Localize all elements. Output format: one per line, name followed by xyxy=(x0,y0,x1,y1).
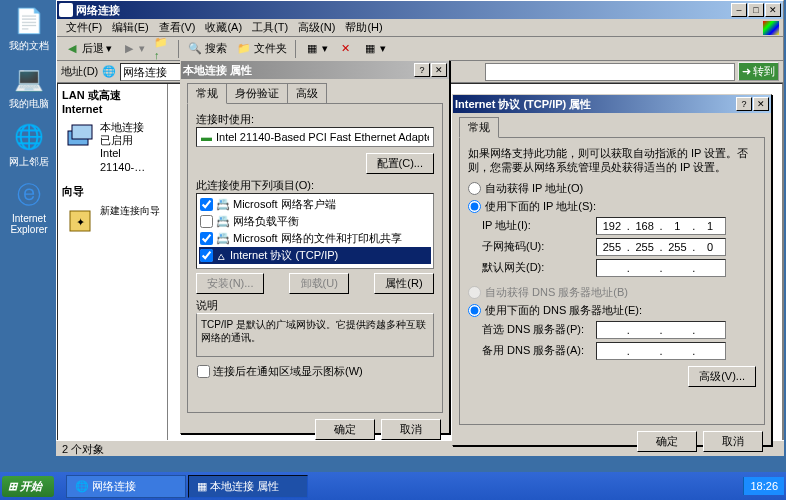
address-input-2[interactable] xyxy=(485,63,735,81)
up-button[interactable]: 📁↑ xyxy=(151,40,173,58)
install-button[interactable]: 安装(N)... xyxy=(196,273,264,294)
dns1-input[interactable]: ... xyxy=(596,321,726,339)
manual-ip-radio[interactable] xyxy=(468,200,481,213)
close-button[interactable]: ✕ xyxy=(765,3,781,17)
folders-button[interactable]: 📁文件夹 xyxy=(233,40,290,58)
dlg2-close-button[interactable]: ✕ xyxy=(753,97,769,111)
windows-logo-icon xyxy=(763,21,779,35)
connection-device: Intel 21140-… xyxy=(100,147,161,173)
manual-dns-radio-row[interactable]: 使用下面的 DNS 服务器地址(E): xyxy=(468,303,756,318)
dlg1-cancel-button[interactable]: 取消 xyxy=(381,419,441,440)
components-list[interactable]: 📇Microsoft 网络客户端 📇网络负载平衡 📇Microsoft 网络的文… xyxy=(196,193,434,269)
dns2-input[interactable]: ... xyxy=(596,342,726,360)
component-tcpip[interactable]: 🜂Internet 协议 (TCP/IP) xyxy=(199,247,431,264)
menu-tools[interactable]: 工具(T) xyxy=(247,20,293,35)
dlg1-help-button[interactable]: ? xyxy=(414,63,430,77)
show-icon-checkbox-row[interactable]: 连接后在通知区域显示图标(W) xyxy=(196,363,434,380)
system-tray[interactable]: 18:26 xyxy=(743,477,784,495)
advanced-button[interactable]: 高级(V)... xyxy=(688,366,756,387)
menu-favorites[interactable]: 收藏(A) xyxy=(200,20,247,35)
dlg1-ok-button[interactable]: 确定 xyxy=(315,419,375,440)
component-file-print[interactable]: 📇Microsoft 网络的文件和打印机共享 xyxy=(199,230,431,247)
configure-button[interactable]: 配置(C)... xyxy=(366,153,434,174)
back-button[interactable]: ◀后退▾ xyxy=(61,40,115,58)
component-ms-client[interactable]: 📇Microsoft 网络客户端 xyxy=(199,196,431,213)
search-icon: 🔍 xyxy=(187,41,203,57)
tab-auth[interactable]: 身份验证 xyxy=(226,83,288,103)
minimize-button[interactable]: – xyxy=(731,3,747,17)
delete-button[interactable]: ✕ xyxy=(334,40,356,58)
dlg2-titlebar[interactable]: Internet 协议 (TCP/IP) 属性 ? ✕ xyxy=(453,95,771,113)
dlg1-tabs: 常规 身份验证 高级 xyxy=(187,83,443,103)
wizard-icon: ✦ xyxy=(64,205,96,237)
go-button[interactable]: ➜转到 xyxy=(738,62,779,81)
address-label: 地址(D) xyxy=(61,64,98,79)
dlg1-close-button[interactable]: ✕ xyxy=(431,63,447,77)
start-button[interactable]: ⊞开始 xyxy=(2,476,54,497)
delete-icon: ✕ xyxy=(337,41,353,57)
items-label: 此连接使用下列项目(O): xyxy=(196,178,434,193)
menu-view[interactable]: 查看(V) xyxy=(154,20,201,35)
ip-address-input[interactable]: 192.168.1.1 xyxy=(596,217,726,235)
desktop-icon-ie[interactable]: ⓔInternet Explorer xyxy=(5,179,53,235)
maximize-button[interactable]: □ xyxy=(748,3,764,17)
forward-button[interactable]: ▶▾ xyxy=(118,40,148,58)
folders-icon: 📁 xyxy=(236,41,252,57)
subnet-mask-input[interactable]: 255.255.255.0 xyxy=(596,238,726,256)
connection-icon xyxy=(64,121,96,153)
desktop-icon-network[interactable]: 🌐网上邻居 xyxy=(5,121,53,169)
back-icon: ◀ xyxy=(64,41,80,57)
properties-button[interactable]: 属性(R) xyxy=(374,273,434,294)
dlg2-title: Internet 协议 (TCP/IP) 属性 xyxy=(455,97,736,112)
gateway-label: 默认网关(D): xyxy=(482,260,592,275)
menu-advanced[interactable]: 高级(N) xyxy=(293,20,340,35)
extra-button[interactable]: ▦▾ xyxy=(359,40,389,58)
manual-ip-radio-row[interactable]: 使用下面的 IP 地址(S): xyxy=(468,199,756,214)
taskbar-item-properties[interactable]: ▦本地连接 属性 xyxy=(188,475,308,498)
dlg1-titlebar[interactable]: 本地连接 属性 ? ✕ xyxy=(181,61,449,79)
window-title: 网络连接 xyxy=(76,3,731,18)
sidebar-header: LAN 或高速 Internet xyxy=(62,88,163,115)
dlg2-ok-button[interactable]: 确定 xyxy=(637,431,697,452)
tab-general[interactable]: 常规 xyxy=(187,83,227,104)
task-icon: ▦ xyxy=(197,480,207,493)
gateway-input[interactable]: ... xyxy=(596,259,726,277)
show-icon-checkbox[interactable] xyxy=(197,365,210,378)
desktop-icon-documents[interactable]: 📄我的文档 xyxy=(5,5,53,53)
dlg2-tab-general[interactable]: 常规 xyxy=(459,117,499,138)
dlg2-cancel-button[interactable]: 取消 xyxy=(703,431,763,452)
uninstall-button[interactable]: 卸载(U) xyxy=(289,273,349,294)
tab-advanced[interactable]: 高级 xyxy=(287,83,327,103)
connection-name: 本地连接 xyxy=(100,121,161,134)
adapter-icon: ▬ xyxy=(201,131,212,143)
dlg2-help-button[interactable]: ? xyxy=(736,97,752,111)
component-nlb[interactable]: 📇网络负载平衡 xyxy=(199,213,431,230)
address-icon: 🌐 xyxy=(101,64,117,80)
auto-ip-radio[interactable] xyxy=(468,182,481,195)
nav-header: 向导 xyxy=(62,184,163,199)
mask-label: 子网掩码(U): xyxy=(482,239,592,254)
dlg2-panel: 如果网络支持此功能，则可以获取自动指派的 IP 设置。否则，您需要从网络系统管理… xyxy=(459,137,765,425)
adapter-display: ▬ Intel 21140-Based PCI Fast Ethernet Ad… xyxy=(196,127,434,147)
menu-edit[interactable]: 编辑(E) xyxy=(107,20,154,35)
menubar: 文件(F) 编辑(E) 查看(V) 收藏(A) 工具(T) 高级(N) 帮助(H… xyxy=(57,19,783,37)
ip-label: IP 地址(I): xyxy=(482,218,592,233)
connection-item-local[interactable]: 本地连接 已启用 Intel 21140-… xyxy=(62,119,163,176)
taskbar-item-network[interactable]: 🌐网络连接 xyxy=(66,475,186,498)
menu-file[interactable]: 文件(F) xyxy=(61,20,107,35)
new-connection-wizard[interactable]: ✦ 新建连接向导 xyxy=(62,203,163,239)
dns2-label: 备用 DNS 服务器(A): xyxy=(482,343,592,358)
dlg2-tabs: 常规 xyxy=(459,117,765,137)
local-connection-properties-dialog: 本地连接 属性 ? ✕ 常规 身份验证 高级 连接时使用: ▬ Intel 21… xyxy=(180,60,450,434)
auto-ip-radio-row[interactable]: 自动获得 IP 地址(O) xyxy=(468,181,756,196)
connect-using-label: 连接时使用: xyxy=(196,112,434,127)
toolbar: ◀后退▾ ▶▾ 📁↑ 🔍搜索 📁文件夹 ▦▾ ✕ ▦▾ xyxy=(57,37,783,61)
manual-dns-radio[interactable] xyxy=(468,304,481,317)
search-button[interactable]: 🔍搜索 xyxy=(184,40,230,58)
views-button[interactable]: ▦▾ xyxy=(301,40,331,58)
tray-clock: 18:26 xyxy=(750,480,778,492)
titlebar[interactable]: 网络连接 – □ ✕ xyxy=(57,1,783,19)
adapter-name: Intel 21140-Based PCI Fast Ethernet Adap… xyxy=(216,131,429,143)
desktop-icon-computer[interactable]: 💻我的电脑 xyxy=(5,63,53,111)
menu-help[interactable]: 帮助(H) xyxy=(340,20,387,35)
